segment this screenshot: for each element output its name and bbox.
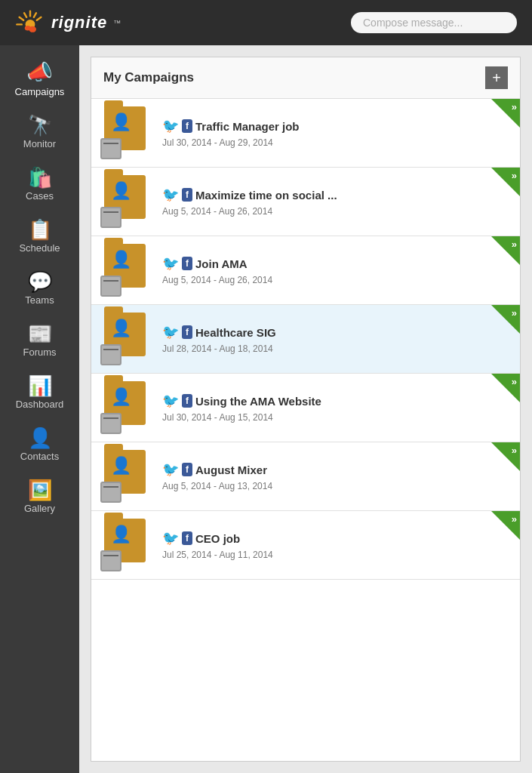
calendar-icon	[100, 550, 121, 571]
social-icons: 🐦 f Traffic Manager job	[162, 118, 511, 134]
facebook-icon: f	[182, 188, 192, 202]
campaign-info: 🐦 f CEO job Jul 25, 2014 - Aug 11, 2014	[162, 530, 511, 560]
content-area: My Campaigns + 👤 🐦 f Traffic Manager job…	[79, 45, 532, 773]
calendar-icon	[100, 344, 121, 365]
teams-icon: 💬	[28, 272, 52, 291]
sidebar-item-dashboard[interactable]: 📊 Dashboard	[0, 367, 79, 419]
monitor-icon: 🔭	[28, 115, 52, 135]
person-icon: 👤	[111, 525, 131, 544]
calendar-icon	[100, 276, 121, 297]
campaign-dates: Aug 5, 2014 - Aug 26, 2014	[162, 275, 511, 285]
campaign-dates: Aug 5, 2014 - Aug 13, 2014	[162, 481, 511, 491]
arrow-chevron: »	[512, 514, 517, 524]
sidebar-label-schedule: Schedule	[19, 242, 60, 254]
campaign-dates: Jul 28, 2014 - Aug 18, 2014	[162, 343, 511, 354]
twitter-icon: 🐦	[162, 530, 179, 547]
facebook-icon: f	[182, 463, 192, 476]
campaign-dates: Jul 25, 2014 - Aug 11, 2014	[162, 550, 511, 560]
logo-tm: ™	[113, 19, 121, 27]
campaign-name: August Mixer	[195, 463, 267, 476]
campaign-list-item[interactable]: 👤 🐦 f August Mixer Aug 5, 2014 - Aug 13,…	[91, 442, 520, 511]
person-icon: 👤	[111, 319, 131, 338]
campaign-info: 🐦 f Using the AMA Website Jul 30, 2014 -…	[162, 393, 511, 423]
header: rignite™ Compose message...	[0, 0, 532, 45]
logo-icon	[15, 8, 45, 38]
arrow-chevron: »	[512, 239, 517, 249]
calendar-icon	[100, 482, 121, 503]
campaign-thumbnail: 👤	[100, 450, 153, 503]
compose-placeholder: Compose message...	[363, 17, 463, 29]
social-icons: 🐦 f Healthcare SIG	[162, 324, 511, 340]
campaign-name: CEO job	[195, 532, 240, 545]
campaign-dates: Aug 5, 2014 - Aug 26, 2014	[162, 206, 511, 217]
arrow-chevron: »	[512, 171, 517, 180]
campaign-thumbnail: 👤	[100, 381, 153, 434]
sidebar-item-gallery[interactable]: 🖼️ Gallery	[0, 471, 79, 523]
twitter-icon: 🐦	[162, 255, 179, 272]
compose-message-input[interactable]: Compose message...	[351, 12, 517, 33]
cases-icon: 🛍️	[28, 168, 52, 187]
campaign-thumbnail: 👤	[100, 244, 153, 297]
twitter-icon: 🐦	[162, 324, 179, 340]
twitter-icon: 🐦	[162, 186, 179, 203]
main-layout: 📣 Campaigns 🔭 Monitor 🛍️ Cases 📋 Schedul…	[0, 45, 532, 773]
campaign-thumbnail: 👤	[100, 519, 153, 571]
campaigns-icon: 📣	[26, 62, 53, 83]
campaign-dates: Jul 30, 2014 - Aug 29, 2014	[162, 137, 511, 148]
sidebar-label-campaigns: Campaigns	[15, 86, 65, 97]
social-icons: 🐦 f Maximize time on social ...	[162, 186, 511, 203]
campaign-list-item[interactable]: 👤 🐦 f Maximize time on social ... Aug 5,…	[91, 168, 520, 236]
campaign-thumbnail: 👤	[100, 175, 153, 228]
social-icons: 🐦 f Join AMA	[162, 255, 511, 272]
campaign-name: Healthcare SIG	[195, 326, 276, 339]
twitter-icon: 🐦	[162, 118, 179, 134]
arrow-chevron: »	[512, 308, 517, 318]
add-campaign-button[interactable]: +	[485, 66, 508, 89]
person-icon: 👤	[111, 387, 131, 407]
campaign-info: 🐦 f Traffic Manager job Jul 30, 2014 - A…	[162, 118, 511, 148]
sidebar-item-schedule[interactable]: 📋 Schedule	[0, 211, 79, 263]
svg-line-2	[37, 17, 42, 20]
campaign-list-item[interactable]: 👤 🐦 f CEO job Jul 25, 2014 - Aug 11, 201…	[91, 511, 520, 580]
svg-line-3	[24, 13, 26, 17]
campaign-thumbnail: 👤	[100, 106, 153, 159]
facebook-icon: f	[182, 119, 192, 133]
campaign-list-item[interactable]: 👤 🐦 f Using the AMA Website Jul 30, 2014…	[91, 374, 520, 442]
arrow-chevron: »	[512, 445, 517, 455]
campaign-info: 🐦 f Healthcare SIG Jul 28, 2014 - Aug 18…	[162, 324, 511, 354]
gallery-icon: 🖼️	[28, 480, 52, 500]
arrow-chevron: »	[512, 102, 517, 112]
sidebar-item-campaigns[interactable]: 📣 Campaigns	[0, 53, 79, 106]
campaign-list-item[interactable]: 👤 🐦 f Traffic Manager job Jul 30, 2014 -…	[91, 99, 520, 168]
campaign-list-item[interactable]: 👤 🐦 f Healthcare SIG Jul 28, 2014 - Aug …	[91, 305, 520, 374]
campaigns-list: 👤 🐦 f Traffic Manager job Jul 30, 2014 -…	[91, 99, 520, 761]
sidebar-label-dashboard: Dashboard	[16, 399, 64, 410]
logo: rignite™	[15, 8, 121, 38]
calendar-icon	[100, 413, 121, 434]
svg-point-8	[25, 26, 31, 30]
person-icon: 👤	[111, 456, 131, 476]
twitter-icon: 🐦	[162, 393, 179, 409]
sidebar-item-teams[interactable]: 💬 Teams	[0, 263, 79, 315]
sidebar-item-forums[interactable]: 📰 Forums	[0, 315, 79, 367]
sidebar-item-monitor[interactable]: 🔭 Monitor	[0, 106, 79, 159]
arrow-chevron: »	[512, 377, 517, 386]
social-icons: 🐦 f August Mixer	[162, 461, 511, 478]
schedule-icon: 📋	[28, 220, 52, 239]
campaign-info: 🐦 f Join AMA Aug 5, 2014 - Aug 26, 2014	[162, 255, 511, 285]
campaign-name: Join AMA	[195, 257, 248, 270]
social-icons: 🐦 f CEO job	[162, 530, 511, 547]
campaign-name: Maximize time on social ...	[195, 189, 337, 202]
campaign-thumbnail: 👤	[100, 313, 153, 365]
sidebar-item-contacts[interactable]: 👤 Contacts	[0, 419, 79, 471]
social-icons: 🐦 f Using the AMA Website	[162, 393, 511, 409]
twitter-icon: 🐦	[162, 461, 179, 478]
facebook-icon: f	[182, 394, 192, 408]
logo-text: rignite	[51, 13, 107, 32]
campaign-name: Using the AMA Website	[195, 395, 321, 408]
campaign-list-item[interactable]: 👤 🐦 f Join AMA Aug 5, 2014 - Aug 26, 201…	[91, 236, 520, 305]
calendar-icon	[100, 138, 121, 159]
facebook-icon: f	[182, 531, 192, 545]
sidebar-item-cases[interactable]: 🛍️ Cases	[0, 159, 79, 211]
campaigns-panel: My Campaigns + 👤 🐦 f Traffic Manager job…	[91, 57, 521, 762]
